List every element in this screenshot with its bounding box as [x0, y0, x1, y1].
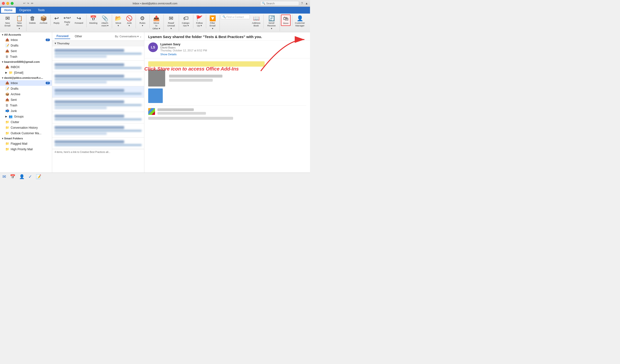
email-item[interactable]	[52, 72, 144, 86]
help-button[interactable]: ?	[301, 2, 303, 5]
meeting-button[interactable]: 📅 Meeting	[88, 15, 99, 26]
customer-manager-label: CustomerManager	[295, 22, 305, 27]
statusbar-calendar-icon[interactable]: 📅	[10, 174, 15, 179]
sidebar-item-gmail-labels[interactable]: ▶ 📁 [Gmail]	[0, 70, 52, 75]
email-items: ▾ Thursday	[52, 41, 144, 173]
move-to-other-button[interactable]: 📤 Move toOther ▾	[151, 15, 162, 31]
sidebar-item-david-outlook-cust[interactable]: 📁 Outlook Customer Ma...	[0, 130, 52, 136]
sidebar-item-david-inbox[interactable]: 📥 Inbox 7	[0, 80, 52, 86]
customer-manager-button[interactable]: 👤 CustomerManager	[293, 15, 307, 28]
follow-up-button[interactable]: 🚩 FollowUp ▾	[194, 15, 204, 28]
email-item[interactable]	[52, 138, 144, 149]
sidebar-smart-folders[interactable]: ▾ Smart Folders	[0, 136, 52, 141]
email-item[interactable]	[52, 112, 144, 123]
sidebar-item-all-sent[interactable]: 📤 Sent	[0, 48, 52, 54]
send-receive-button[interactable]: 🔄 Send/Receive ▾	[265, 15, 278, 31]
close-button[interactable]	[2, 2, 5, 5]
redo-icon[interactable]: ↪	[27, 2, 29, 5]
sidebar-item-david-clutter[interactable]: 📁 Clutter	[0, 119, 52, 125]
new-email-button[interactable]: ✉ New Email	[1, 15, 14, 28]
rules-button[interactable]: ⚙ Rules ▾	[137, 15, 148, 28]
sidebar-item-gmail-inbox[interactable]: 📥 INBOX	[0, 64, 52, 70]
sidebar-item-david-sent[interactable]: 📤 Sent	[0, 97, 52, 102]
collapse-button[interactable]: ▲	[305, 2, 308, 5]
delete-button[interactable]: 🗑 Delete	[27, 15, 37, 26]
statusbar-mail-icon[interactable]: ✉	[2, 174, 6, 179]
tab-focused[interactable]: Focused	[55, 34, 70, 39]
minimize-button[interactable]	[6, 2, 9, 5]
find-contact-field[interactable]: 🔍 Find a Contact	[221, 15, 250, 19]
tab-home[interactable]: Home	[1, 8, 16, 13]
email-item[interactable]	[52, 61, 144, 72]
sidebar-item-flagged[interactable]: 📁 Flagged Mail	[0, 141, 52, 146]
sidebar-item-all-trash[interactable]: 🗑 Trash	[0, 54, 52, 59]
ribbon-group-move: 📂 Move ▾ 🚫 Junk ▾	[113, 15, 136, 28]
david-conv-history-icon: 📁	[5, 126, 9, 130]
statusbar-contacts-icon[interactable]: 👤	[19, 174, 25, 179]
undo-icon[interactable]: ↩	[23, 2, 26, 5]
sidebar-account-all[interactable]: ▾ All Accounts	[0, 32, 52, 37]
read-unread-button[interactable]: ✉ Read/Unread ▾	[165, 15, 177, 31]
drafts-icon: 📝	[5, 44, 9, 47]
archive-button[interactable]: 📦 Archive	[38, 15, 49, 26]
reply-all-button[interactable]: ↩↩ ReplyAll	[62, 15, 73, 27]
show-details-link[interactable]: Show Details	[160, 53, 177, 56]
email-item[interactable]	[52, 98, 144, 112]
email-to: David Baars	[160, 46, 306, 49]
tab-other[interactable]: Other	[73, 34, 84, 39]
email-item[interactable]	[52, 86, 144, 98]
junk-button[interactable]: 🚫 Junk ▾	[124, 15, 134, 28]
content-highlight-bar	[148, 61, 265, 67]
customer-manager-icon: 👤	[297, 16, 303, 21]
categorize-button[interactable]: 🏷 Catego-rize ▾	[180, 15, 192, 28]
reply-label: Reply	[54, 22, 60, 24]
search-box[interactable]: 🔍	[260, 1, 299, 6]
sidebar-david-label: david@pldco.onmicrosoft.c...	[4, 76, 43, 79]
expand-smart-icon: ▾	[2, 137, 3, 140]
sidebar-item-david-groups[interactable]: ▶ 👥 Groups	[0, 114, 52, 119]
email-body	[144, 58, 310, 173]
content-separator	[148, 105, 306, 106]
statusbar-tasks-icon[interactable]: ✓	[28, 174, 32, 179]
sidebar-item-all-drafts[interactable]: 📝 Drafts	[0, 43, 52, 48]
delete-label: Delete	[29, 22, 36, 24]
sidebar-item-high-priority[interactable]: 📁 High Priority Mail	[0, 146, 52, 152]
sidebar-item-david-junk[interactable]: 📫 Junk	[0, 108, 52, 114]
content-text-block-1	[169, 75, 222, 78]
forward-button[interactable]: ↪ Forward	[73, 15, 85, 26]
forward-icon: ↪	[77, 16, 81, 21]
sidebar-item-all-inbox[interactable]: 📥 Inbox 7	[0, 37, 52, 43]
sidebar-account-gmail[interactable]: ▾ baarstron5000@gmail.com	[0, 59, 52, 64]
search-input[interactable]	[266, 2, 298, 5]
sidebar-item-david-drafts[interactable]: 📝 Drafts	[0, 86, 52, 91]
david-junk-label: Junk	[11, 109, 17, 113]
address-book-button[interactable]: 📖 AddressBook	[250, 15, 262, 28]
sidebar-account-david[interactable]: ▾ david@pldco.onmicrosoft.c...	[0, 75, 52, 80]
statusbar-notes-icon[interactable]: 📝	[36, 174, 41, 179]
ribbon-group-respond: ↩ Reply ↩↩ ReplyAll ↪ Forward	[52, 15, 87, 27]
tab-organize[interactable]: Organize	[16, 8, 34, 13]
move-button[interactable]: 📂 Move ▾	[113, 15, 124, 28]
sort-button[interactable]: By: Conversations ▾ ⌄	[115, 35, 142, 38]
email-item[interactable]	[52, 46, 144, 61]
new-items-button[interactable]: 📋 NewItems ▾	[14, 15, 25, 31]
maximize-button[interactable]	[11, 2, 14, 5]
store-button[interactable]: 🛍 Store	[281, 15, 291, 26]
filter-email-label: FilterEmail ▾	[209, 22, 216, 30]
sidebar-item-david-conv-history[interactable]: 📁 Conversation History	[0, 125, 52, 130]
archive-icon: 📦	[40, 16, 47, 21]
compose-icon[interactable]: ✏	[31, 2, 33, 5]
titlebar: ↩ ↪ ✏ Inbox • david@pldco.onmicrosoft.co…	[0, 0, 310, 7]
email-date: Thursday, October 12, 2017 at 8:52 PM	[160, 49, 306, 52]
sidebar-item-david-trash[interactable]: 🗑 Trash	[0, 102, 52, 108]
tab-tools[interactable]: Tools	[34, 8, 48, 13]
filter-email-button[interactable]: 🔽 FilterEmail ▾	[207, 15, 218, 31]
ribbon-group-followup: 🚩 FollowUp ▾	[194, 15, 206, 28]
attachment-button[interactable]: 📎 Attach-ment ▾	[100, 15, 110, 28]
sidebar-item-david-archive[interactable]: 📦 Archive	[0, 91, 52, 97]
flagged-icon: 📁	[5, 142, 9, 146]
move-to-other-label: Move toOther ▾	[152, 22, 160, 30]
content-text-block-5	[148, 117, 233, 120]
reply-button[interactable]: ↩ Reply	[52, 15, 61, 26]
email-item[interactable]	[52, 123, 144, 138]
